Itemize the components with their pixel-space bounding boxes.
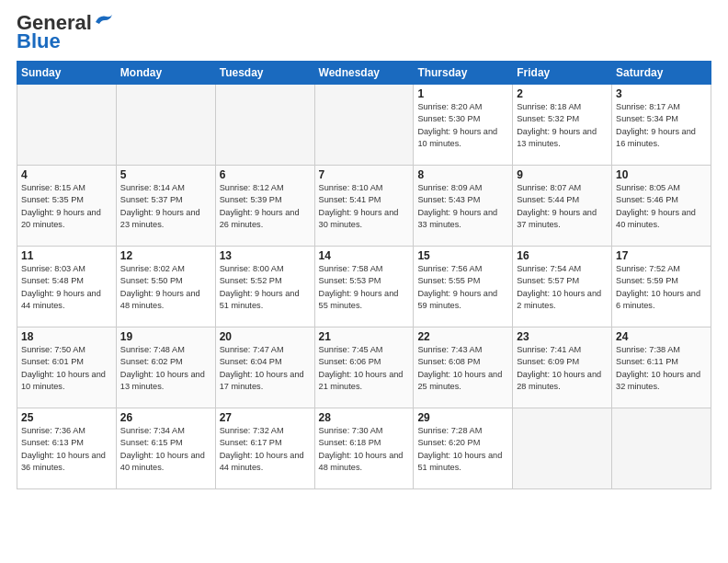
- calendar-table: SundayMondayTuesdayWednesdayThursdayFrid…: [17, 61, 711, 489]
- day-number: 27: [220, 411, 311, 424]
- day-header-tuesday: Tuesday: [215, 62, 314, 85]
- calendar-cell: 19Sunrise: 7:48 AMSunset: 6:02 PMDayligh…: [116, 327, 215, 408]
- day-info: Sunrise: 7:32 AMSunset: 6:17 PMDaylight:…: [220, 425, 311, 474]
- day-info: Sunrise: 7:58 AMSunset: 5:53 PMDaylight:…: [319, 263, 410, 312]
- calendar-cell: 10Sunrise: 8:05 AMSunset: 5:46 PMDayligh…: [612, 166, 711, 247]
- day-info: Sunrise: 8:09 AMSunset: 5:43 PMDaylight:…: [417, 182, 508, 231]
- day-info: Sunrise: 7:28 AMSunset: 6:20 PMDaylight:…: [417, 425, 508, 474]
- day-info: Sunrise: 7:30 AMSunset: 6:18 PMDaylight:…: [319, 425, 410, 474]
- day-info: Sunrise: 7:38 AMSunset: 6:11 PMDaylight:…: [616, 344, 707, 393]
- day-info: Sunrise: 7:43 AMSunset: 6:08 PMDaylight:…: [417, 344, 508, 393]
- calendar-cell: 12Sunrise: 8:02 AMSunset: 5:50 PMDayligh…: [116, 247, 215, 327]
- day-number: 18: [21, 330, 112, 343]
- day-info: Sunrise: 8:20 AMSunset: 5:30 PMDaylight:…: [417, 101, 508, 150]
- calendar-cell: 15Sunrise: 7:56 AMSunset: 5:55 PMDayligh…: [414, 247, 513, 327]
- day-info: Sunrise: 7:47 AMSunset: 6:04 PMDaylight:…: [220, 344, 311, 393]
- day-number: 6: [220, 168, 311, 181]
- day-number: 20: [220, 330, 311, 343]
- day-info: Sunrise: 8:18 AMSunset: 5:32 PMDaylight:…: [517, 101, 608, 150]
- day-number: 25: [21, 411, 112, 424]
- day-number: 8: [417, 168, 508, 181]
- day-number: 7: [319, 168, 410, 181]
- day-number: 26: [120, 411, 211, 424]
- calendar-cell: [17, 85, 117, 166]
- day-number: 5: [120, 168, 211, 181]
- day-info: Sunrise: 8:07 AMSunset: 5:44 PMDaylight:…: [517, 182, 608, 231]
- calendar-cell: 14Sunrise: 7:58 AMSunset: 5:53 PMDayligh…: [314, 247, 414, 327]
- calendar-cell: [215, 85, 314, 166]
- day-header-friday: Friday: [513, 62, 612, 85]
- calendar-cell: [513, 408, 612, 489]
- day-header-sunday: Sunday: [17, 62, 117, 85]
- calendar-cell: 11Sunrise: 8:03 AMSunset: 5:48 PMDayligh…: [17, 247, 117, 327]
- calendar-cell: 6Sunrise: 8:12 AMSunset: 5:39 PMDaylight…: [215, 166, 314, 247]
- calendar-cell: 16Sunrise: 7:54 AMSunset: 5:57 PMDayligh…: [513, 247, 612, 327]
- calendar-cell: 7Sunrise: 8:10 AMSunset: 5:41 PMDaylight…: [314, 166, 414, 247]
- day-info: Sunrise: 7:56 AMSunset: 5:55 PMDaylight:…: [417, 263, 508, 312]
- day-info: Sunrise: 8:17 AMSunset: 5:34 PMDaylight:…: [616, 101, 707, 150]
- day-info: Sunrise: 8:14 AMSunset: 5:37 PMDaylight:…: [120, 182, 211, 231]
- calendar-header-row: SundayMondayTuesdayWednesdayThursdayFrid…: [17, 62, 711, 85]
- day-info: Sunrise: 7:45 AMSunset: 6:06 PMDaylight:…: [319, 344, 410, 393]
- day-info: Sunrise: 8:12 AMSunset: 5:39 PMDaylight:…: [220, 182, 311, 231]
- day-info: Sunrise: 7:36 AMSunset: 6:13 PMDaylight:…: [21, 425, 112, 474]
- day-info: Sunrise: 8:10 AMSunset: 5:41 PMDaylight:…: [319, 182, 410, 231]
- calendar-cell: 22Sunrise: 7:43 AMSunset: 6:08 PMDayligh…: [414, 327, 513, 408]
- day-number: 10: [616, 168, 707, 181]
- day-info: Sunrise: 8:02 AMSunset: 5:50 PMDaylight:…: [120, 263, 211, 312]
- day-number: 12: [120, 249, 211, 262]
- day-number: 17: [616, 249, 707, 262]
- day-number: 23: [517, 330, 608, 343]
- calendar-page: General Blue SundayMondayTuesdayWednesda…: [0, 0, 728, 499]
- day-number: 1: [417, 87, 508, 100]
- logo-bird-icon: [94, 13, 114, 29]
- calendar-cell: 21Sunrise: 7:45 AMSunset: 6:06 PMDayligh…: [314, 327, 414, 408]
- day-number: 15: [417, 249, 508, 262]
- day-number: 9: [517, 168, 608, 181]
- day-header-thursday: Thursday: [414, 62, 513, 85]
- calendar-cell: 17Sunrise: 7:52 AMSunset: 5:59 PMDayligh…: [612, 247, 711, 327]
- calendar-week-1: 1Sunrise: 8:20 AMSunset: 5:30 PMDaylight…: [17, 85, 711, 166]
- logo-blue: Blue: [17, 29, 61, 53]
- day-number: 4: [21, 168, 112, 181]
- calendar-cell: [314, 85, 414, 166]
- day-number: 24: [616, 330, 707, 343]
- day-number: 29: [417, 411, 508, 424]
- calendar-cell: 2Sunrise: 8:18 AMSunset: 5:32 PMDaylight…: [513, 85, 612, 166]
- calendar-cell: 18Sunrise: 7:50 AMSunset: 6:01 PMDayligh…: [17, 327, 117, 408]
- calendar-cell: 5Sunrise: 8:14 AMSunset: 5:37 PMDaylight…: [116, 166, 215, 247]
- day-number: 21: [319, 330, 410, 343]
- day-number: 3: [616, 87, 707, 100]
- day-header-saturday: Saturday: [612, 62, 711, 85]
- day-number: 16: [517, 249, 608, 262]
- day-info: Sunrise: 8:15 AMSunset: 5:35 PMDaylight:…: [21, 182, 112, 231]
- calendar-cell: 9Sunrise: 8:07 AMSunset: 5:44 PMDaylight…: [513, 166, 612, 247]
- day-header-wednesday: Wednesday: [314, 62, 414, 85]
- day-number: 19: [120, 330, 211, 343]
- calendar-cell: 1Sunrise: 8:20 AMSunset: 5:30 PMDaylight…: [414, 85, 513, 166]
- calendar-cell: 29Sunrise: 7:28 AMSunset: 6:20 PMDayligh…: [414, 408, 513, 489]
- calendar-cell: 8Sunrise: 8:09 AMSunset: 5:43 PMDaylight…: [414, 166, 513, 247]
- calendar-cell: 26Sunrise: 7:34 AMSunset: 6:15 PMDayligh…: [116, 408, 215, 489]
- day-info: Sunrise: 7:41 AMSunset: 6:09 PMDaylight:…: [517, 344, 608, 393]
- calendar-cell: 13Sunrise: 8:00 AMSunset: 5:52 PMDayligh…: [215, 247, 314, 327]
- day-info: Sunrise: 7:48 AMSunset: 6:02 PMDaylight:…: [120, 344, 211, 393]
- day-info: Sunrise: 7:52 AMSunset: 5:59 PMDaylight:…: [616, 263, 707, 312]
- calendar-week-4: 18Sunrise: 7:50 AMSunset: 6:01 PMDayligh…: [17, 327, 711, 408]
- day-info: Sunrise: 7:50 AMSunset: 6:01 PMDaylight:…: [21, 344, 112, 393]
- calendar-week-2: 4Sunrise: 8:15 AMSunset: 5:35 PMDaylight…: [17, 166, 711, 247]
- calendar-week-5: 25Sunrise: 7:36 AMSunset: 6:13 PMDayligh…: [17, 408, 711, 489]
- day-number: 28: [319, 411, 410, 424]
- day-number: 13: [220, 249, 311, 262]
- day-header-monday: Monday: [116, 62, 215, 85]
- day-info: Sunrise: 7:54 AMSunset: 5:57 PMDaylight:…: [517, 263, 608, 312]
- calendar-cell: [612, 408, 711, 489]
- calendar-cell: 4Sunrise: 8:15 AMSunset: 5:35 PMDaylight…: [17, 166, 117, 247]
- day-number: 2: [517, 87, 608, 100]
- calendar-cell: 27Sunrise: 7:32 AMSunset: 6:17 PMDayligh…: [215, 408, 314, 489]
- header: General Blue: [17, 11, 711, 53]
- day-info: Sunrise: 8:00 AMSunset: 5:52 PMDaylight:…: [220, 263, 311, 312]
- calendar-cell: 24Sunrise: 7:38 AMSunset: 6:11 PMDayligh…: [612, 327, 711, 408]
- day-info: Sunrise: 8:05 AMSunset: 5:46 PMDaylight:…: [616, 182, 707, 231]
- calendar-cell: 20Sunrise: 7:47 AMSunset: 6:04 PMDayligh…: [215, 327, 314, 408]
